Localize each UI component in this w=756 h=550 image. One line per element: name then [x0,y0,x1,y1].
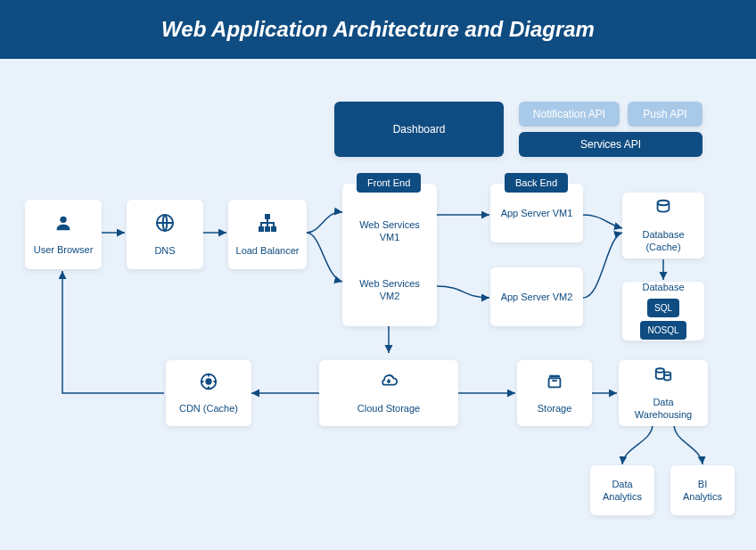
dashboard-label: Dashboard [393,123,446,135]
svg-point-19 [664,372,670,375]
storage-icon [545,372,564,398]
storage-label: Storage [538,402,572,415]
svg-point-15 [206,379,211,384]
cdn-cache-node: CDN (Cache) [166,360,251,426]
user-browser-label: User Browser [34,243,94,256]
dns-label: DNS [154,244,175,257]
svg-rect-16 [549,378,561,387]
database-pills: SQLNOSQL [629,297,697,341]
database-label: Database [642,281,684,293]
sql-pill: SQL [647,299,679,317]
database-cache-label: Database (Cache) [629,228,697,254]
page-title: Web Application Architecture and Diagram [161,17,595,42]
services-api-label: Services API [580,138,641,151]
user-icon [53,213,73,240]
database-node: Database SQLNOSQL [622,282,704,341]
storage-node: Storage [517,360,592,426]
svg-point-18 [656,368,664,373]
dns-node: DNS [127,200,203,269]
nosql-pill: NOSQL [640,321,686,340]
svg-rect-10 [259,227,263,231]
globe-icon [154,212,176,241]
warehousing-label: Data Warehousing [626,396,701,422]
load-balancer-node: Load Balancer [228,200,307,269]
services-api-button: Services API [519,132,703,157]
data-analytics-node: Data Analytics [590,465,654,515]
warehousing-icon [653,365,674,392]
back-end-tag: Back End [505,173,568,193]
bi-analytics-node: BI Analytics [670,465,735,515]
svg-rect-12 [272,227,275,231]
load-balancer-label: Load Balancer [236,244,300,257]
app-vm1-label: App Server VM1 [501,207,573,219]
front-end-column: Web Services VM1 Web Services VM2 [342,184,437,326]
web-vm2-label: Web Services VM2 [349,270,430,310]
push-api-label: Push API [643,108,686,120]
bi-analytics-label: BI Analytics [678,478,727,504]
data-warehousing-node: Data Warehousing [619,360,708,426]
cloud-storage-label: Cloud Storage [357,402,420,415]
notification-api-label: Notification API [533,108,605,120]
database-cache-icon [653,198,673,225]
cdn-icon [199,372,218,398]
load-balancer-icon [257,212,278,241]
header: Web Application Architecture and Diagram [0,0,756,59]
web-vm1-label: Web Services VM1 [349,211,430,251]
push-api-button: Push API [628,102,703,127]
svg-rect-11 [266,227,269,231]
user-browser-node: User Browser [25,200,102,269]
svg-point-7 [60,217,66,223]
cdn-label: CDN (Cache) [179,402,238,415]
app-server-vm2-node: App Server VM2 [490,267,583,326]
front-end-tag: Front End [357,173,421,193]
database-cache-node: Database (Cache) [622,193,704,259]
cloud-icon [377,372,400,398]
cloud-storage-node: Cloud Storage [319,360,458,426]
app-vm2-label: App Server VM2 [501,291,573,303]
svg-point-13 [658,201,670,206]
notification-api-button: Notification API [519,102,620,127]
data-analytics-label: Data Analytics [597,478,647,504]
dashboard-button: Dashboard [334,102,504,157]
diagram-canvas: Dashboard Notification API Push API Serv… [0,59,756,550]
svg-rect-9 [266,215,269,218]
